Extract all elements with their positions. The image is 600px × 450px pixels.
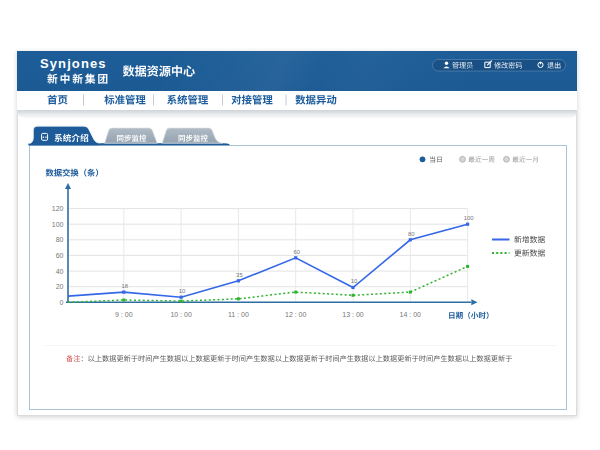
svg-text:18: 18 [122, 283, 129, 289]
svg-text:60: 60 [56, 252, 64, 259]
svg-text:60: 60 [293, 249, 300, 255]
svg-text:120: 120 [52, 205, 64, 212]
svg-text:Synjones: Synjones [40, 56, 107, 71]
svg-text:10 : 00: 10 : 00 [170, 311, 192, 318]
svg-text:10: 10 [351, 278, 358, 284]
svg-text:20: 20 [56, 283, 64, 290]
svg-text:80: 80 [408, 231, 415, 237]
svg-text:9 : 00: 9 : 00 [115, 311, 133, 318]
svg-text:100: 100 [464, 215, 475, 221]
svg-text:11 : 00: 11 : 00 [228, 311, 249, 318]
svg-text:100: 100 [52, 221, 64, 228]
svg-text:12 : 00: 12 : 00 [285, 311, 307, 318]
svg-text:0: 0 [60, 299, 64, 306]
svg-text:35: 35 [236, 272, 243, 278]
svg-text:80: 80 [56, 236, 64, 243]
svg-text:10: 10 [179, 288, 186, 294]
svg-text:14 : 00: 14 : 00 [400, 311, 422, 318]
svg-text:40: 40 [56, 268, 64, 275]
svg-text:13 : 00: 13 : 00 [342, 311, 364, 318]
